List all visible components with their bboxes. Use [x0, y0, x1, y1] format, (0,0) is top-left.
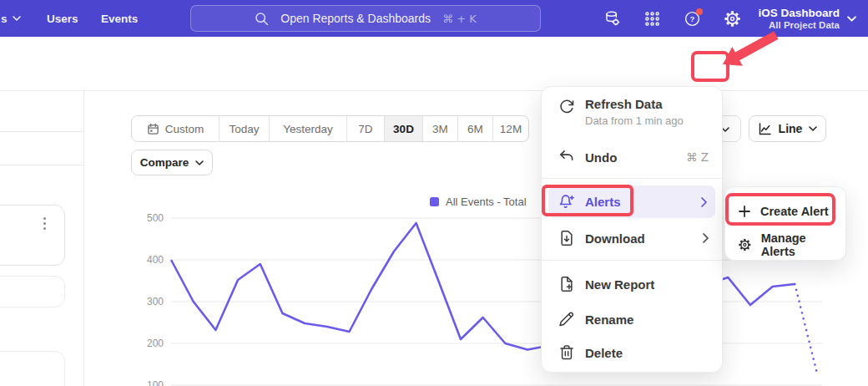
chevron-down-icon: [13, 16, 21, 21]
chart-type-label: Line: [779, 122, 803, 135]
chart-legend: All Events - Total: [430, 196, 527, 208]
svg-text:?: ?: [690, 14, 695, 23]
range-12m-button[interactable]: 12M: [493, 116, 528, 141]
builder-card[interactable]: [0, 351, 65, 386]
panel-row-divider: [0, 165, 83, 165]
range-6m-button[interactable]: 6M: [458, 116, 493, 141]
chevron-down-icon: [809, 126, 817, 131]
y-axis-tick: 400: [137, 254, 164, 266]
legend-label: All Events - Total: [446, 196, 527, 208]
nav-truncated-label: s: [1, 13, 8, 25]
menu-item-sublabel: Data from 1 min ago: [585, 114, 684, 127]
help-icon[interactable]: ?: [684, 10, 701, 28]
menu-item-label: Refresh Data: [585, 97, 684, 111]
report-header: [0, 37, 868, 91]
menu-item-label: Delete: [585, 346, 623, 360]
builder-card[interactable]: [0, 276, 65, 307]
apps-grid-icon[interactable]: [643, 10, 661, 28]
report-options-menu: Refresh Data Data from 1 min ago Undo ⌘ …: [541, 86, 723, 373]
compare-label: Compare: [140, 156, 189, 169]
panel-row-divider: [0, 131, 83, 132]
submenu-item-label: Create Alert: [760, 205, 829, 218]
submenu-item-label: Manage Alerts: [761, 231, 837, 258]
menu-item-download[interactable]: Download: [542, 221, 722, 256]
range-3m-button[interactable]: 3M: [423, 116, 458, 141]
menu-item-label: Alerts: [585, 195, 621, 209]
nav-item-truncated[interactable]: s: [1, 0, 21, 37]
gear-icon: [738, 237, 752, 252]
calendar-icon: [147, 123, 159, 135]
chevron-right-icon: [703, 233, 709, 243]
project-name: iOS Dashboard: [758, 7, 840, 19]
app-root: s Users Events Open Reports & Dashboards…: [0, 0, 868, 386]
range-label: Custom: [165, 123, 204, 135]
y-axis-tick: 200: [137, 338, 164, 349]
menu-item-text: Refresh Data Data from 1 min ago: [585, 97, 684, 127]
menu-item-label: Rename: [585, 312, 633, 327]
kebab-menu-icon[interactable]: [43, 217, 46, 230]
submenu-item-manage-alerts[interactable]: Manage Alerts: [725, 228, 845, 262]
builder-card[interactable]: [0, 205, 65, 266]
menu-divider: [542, 260, 722, 261]
new-report-icon: [558, 276, 575, 292]
date-range-control: Custom Today Yesterday 7D 30D 3M 6M 12M: [131, 115, 529, 142]
submenu-item-create-alert[interactable]: Create Alert: [725, 195, 845, 228]
chevron-down-icon: [195, 160, 204, 165]
project-labels: iOS Dashboard All Project Data: [758, 7, 840, 31]
plus-icon: [738, 205, 751, 218]
alerts-submenu: Create Alert Manage Alerts: [724, 186, 846, 261]
menu-item-alerts[interactable]: Alerts: [548, 185, 715, 218]
settings-gear-icon[interactable]: [724, 10, 741, 28]
project-selector[interactable]: iOS Dashboard All Project Data: [758, 0, 856, 37]
alert-bell-icon: [558, 194, 575, 211]
menu-item-delete[interactable]: Delete: [542, 335, 722, 370]
refresh-icon: [558, 99, 575, 115]
search-placeholder: Open Reports & Dashboards: [280, 12, 431, 25]
menu-item-undo[interactable]: Undo ⌘ Z: [542, 140, 722, 174]
range-today-button[interactable]: Today: [220, 116, 270, 141]
menu-item-label: Undo: [585, 150, 617, 165]
notification-dot: [696, 8, 703, 15]
search-shortcut: ⌘ + K: [442, 13, 477, 25]
y-axis-tick: 500: [137, 212, 164, 224]
range-custom-button[interactable]: Custom: [132, 116, 220, 141]
top-nav-bar: s Users Events Open Reports & Dashboards…: [0, 0, 868, 37]
nav-item-users[interactable]: Users: [47, 0, 78, 37]
download-icon: [558, 230, 575, 246]
chart-type-button[interactable]: Line: [749, 115, 826, 142]
compare-button[interactable]: Compare: [131, 150, 213, 175]
topbar-icon-cluster: ?: [603, 0, 741, 37]
legend-swatch: [430, 197, 439, 206]
data-management-icon[interactable]: [603, 10, 621, 28]
search-input[interactable]: Open Reports & Dashboards ⌘ + K: [190, 5, 541, 32]
menu-item-new-report[interactable]: New Report: [542, 267, 722, 302]
chevron-down-icon: [847, 16, 856, 22]
rename-pencil-icon: [558, 311, 575, 328]
menu-divider: [542, 178, 722, 179]
menu-item-refresh-data[interactable]: Refresh Data Data from 1 min ago: [542, 97, 722, 137]
menu-item-label: New Report: [585, 277, 654, 292]
menu-item-rename[interactable]: Rename: [542, 302, 722, 337]
y-axis-tick: 100: [137, 379, 164, 386]
project-scope: All Project Data: [758, 19, 840, 31]
line-chart-type-icon: [758, 122, 772, 136]
series-line-dotted-tail: [795, 284, 817, 373]
undo-icon: [558, 149, 575, 165]
range-7d-button[interactable]: 7D: [347, 116, 385, 141]
delete-trash-icon: [558, 344, 575, 361]
nav-item-events[interactable]: Events: [101, 0, 138, 37]
chevron-right-icon: [701, 197, 707, 207]
search-icon: [255, 12, 269, 26]
menu-item-label: Download: [585, 231, 645, 246]
y-axis-tick: 300: [137, 296, 164, 307]
shortcut-label: ⌘ Z: [686, 150, 709, 164]
range-30d-button[interactable]: 30D: [385, 116, 423, 141]
range-yesterday-button[interactable]: Yesterday: [270, 116, 347, 141]
